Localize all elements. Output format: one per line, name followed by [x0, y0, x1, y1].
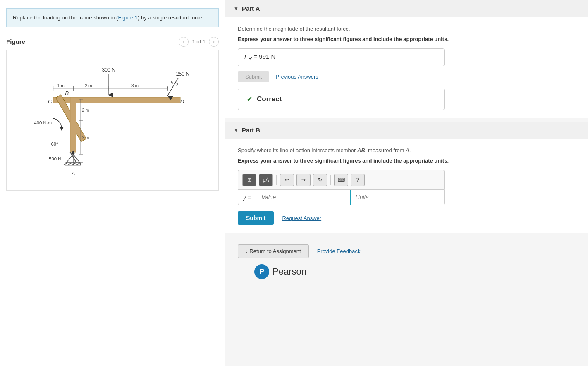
figure-nav: ‹ 1 of 1 ›	[179, 37, 219, 47]
svg-text:A: A	[71, 170, 75, 177]
part-b-submit-btn[interactable]: Submit	[238, 211, 274, 225]
figure-next-btn[interactable]: ›	[209, 37, 219, 47]
part-b-chevron-icon: ▼	[234, 127, 239, 133]
part-b-desc-suffix: , measured from	[365, 147, 406, 153]
math-toolbar: ⊞ μÅ ↩ ↪ ↻ ⌨ ?	[238, 170, 445, 189]
part-a-section: ▼ Part A Determine the magnitude of the …	[225, 0, 588, 118]
part-a-instruction: Express your answer to three significant…	[238, 36, 576, 42]
svg-text:1 m: 1 m	[57, 84, 65, 88]
svg-text:D: D	[180, 98, 184, 105]
part-a-answer-value: = 991 N	[253, 53, 275, 60]
figure-count: 1 of 1	[192, 38, 206, 45]
svg-text:500 N: 500 N	[49, 156, 61, 161]
part-b-desc-prefix: Specify where its line of action interse…	[238, 147, 357, 153]
figure-header: Figure ‹ 1 of 1 ›	[4, 33, 221, 50]
part-a-title: Part A	[242, 5, 260, 12]
part-a-submit-btn: Submit	[238, 71, 269, 82]
svg-text:B: B	[65, 90, 69, 96]
figure-area: Figure ‹ 1 of 1 ›	[0, 33, 225, 366]
toolbar-sep-2	[330, 175, 331, 185]
svg-text:3 m: 3 m	[82, 136, 89, 140]
svg-text:C: C	[48, 98, 52, 105]
provide-feedback-btn[interactable]: Provide Feedback	[317, 248, 361, 254]
svg-text:60°: 60°	[51, 141, 58, 146]
toolbar-undo-btn[interactable]: ↩	[280, 174, 294, 186]
part-a-answer-display: FR = 991 N	[238, 48, 445, 66]
problem-statement: Replace the loading on the frame shown i…	[6, 8, 219, 27]
math-y-label: y =	[238, 190, 256, 205]
part-b-desc-member: AB	[357, 147, 365, 153]
part-b-desc-period: .	[409, 147, 411, 153]
problem-text-after: ) by a single resultant force.	[138, 14, 204, 21]
pearson-logo-icon: P	[254, 264, 269, 279]
footer-section: ‹ Return to Assignment Provide Feedback …	[225, 236, 588, 287]
problem-text-before: Replace the loading on the frame shown i…	[13, 14, 118, 21]
part-a-chevron-icon: ▼	[234, 6, 239, 12]
svg-text:2 m: 2 m	[85, 84, 92, 88]
svg-text:5: 5	[171, 80, 173, 85]
math-units-input[interactable]	[350, 190, 444, 205]
return-chevron-icon: ‹	[246, 248, 247, 254]
part-a-previous-answers-btn[interactable]: Previous Answers	[275, 74, 318, 80]
return-btn-label: Return to Assignment	[249, 248, 301, 254]
part-b-instruction: Express your answer to three significant…	[238, 158, 576, 164]
figure-link[interactable]: Figure 1	[118, 14, 138, 21]
figure-title: Figure	[6, 38, 25, 45]
part-a-action-row: Submit Previous Answers	[238, 71, 576, 82]
figure-prev-btn[interactable]: ‹	[179, 37, 189, 47]
footer-actions: ‹ Return to Assignment Provide Feedback	[238, 244, 360, 258]
toolbar-symbol-btn[interactable]: μÅ	[259, 174, 273, 186]
part-b-content: Specify where its line of action interse…	[225, 139, 588, 233]
svg-text:400 N·m: 400 N·m	[34, 120, 52, 125]
part-a-formula-label: FR	[244, 53, 252, 60]
part-b-request-answer-btn[interactable]: Request Answer	[282, 215, 321, 221]
toolbar-sep-1	[276, 175, 277, 185]
figure-canvas: C B D A 300 N 250 N 5 4 3	[6, 50, 219, 191]
toolbar-redo-btn[interactable]: ↪	[296, 174, 311, 186]
correct-check-icon: ✓	[246, 95, 253, 104]
part-b-title: Part B	[242, 127, 260, 134]
left-panel: Replace the loading on the frame shown i…	[0, 0, 225, 366]
svg-text:3 m: 3 m	[131, 84, 139, 88]
svg-text:3: 3	[176, 83, 179, 87]
part-b-header[interactable]: ▼ Part B	[225, 122, 588, 139]
toolbar-keyboard-btn[interactable]: ⌨	[334, 174, 348, 186]
part-a-description: Determine the magnitude of the resultant…	[238, 26, 576, 32]
svg-rect-2	[70, 97, 76, 152]
figure-svg: C B D A 300 N 250 N 5 4 3	[7, 50, 218, 190]
part-a-content: Determine the magnitude of the resultant…	[225, 17, 588, 118]
pearson-branding: P Pearson	[254, 264, 306, 279]
toolbar-help-btn[interactable]: ?	[351, 174, 365, 186]
toolbar-grid-btn[interactable]: ⊞	[242, 174, 256, 186]
svg-text:300 N: 300 N	[102, 67, 115, 73]
part-a-header[interactable]: ▼ Part A	[225, 0, 588, 17]
right-panel: ▼ Part A Determine the magnitude of the …	[225, 0, 588, 366]
math-input-row: y =	[238, 189, 445, 205]
svg-text:2 m: 2 m	[82, 108, 89, 112]
correct-text: Correct	[257, 95, 282, 103]
part-b-action-row: Submit Request Answer	[238, 211, 576, 225]
math-input-container: ⊞ μÅ ↩ ↪ ↻ ⌨ ? y =	[238, 170, 445, 205]
return-to-assignment-btn[interactable]: ‹ Return to Assignment	[238, 244, 309, 258]
part-b-section: ▼ Part B Specify where its line of actio…	[225, 122, 588, 233]
correct-badge: ✓ Correct	[238, 89, 445, 110]
math-value-input[interactable]	[256, 190, 350, 205]
svg-text:250 N: 250 N	[176, 71, 190, 77]
part-b-description: Specify where its line of action interse…	[238, 147, 576, 153]
part-b-desc-point: A	[406, 147, 409, 153]
toolbar-refresh-btn[interactable]: ↻	[313, 174, 327, 186]
pearson-name-label: Pearson	[272, 266, 306, 277]
